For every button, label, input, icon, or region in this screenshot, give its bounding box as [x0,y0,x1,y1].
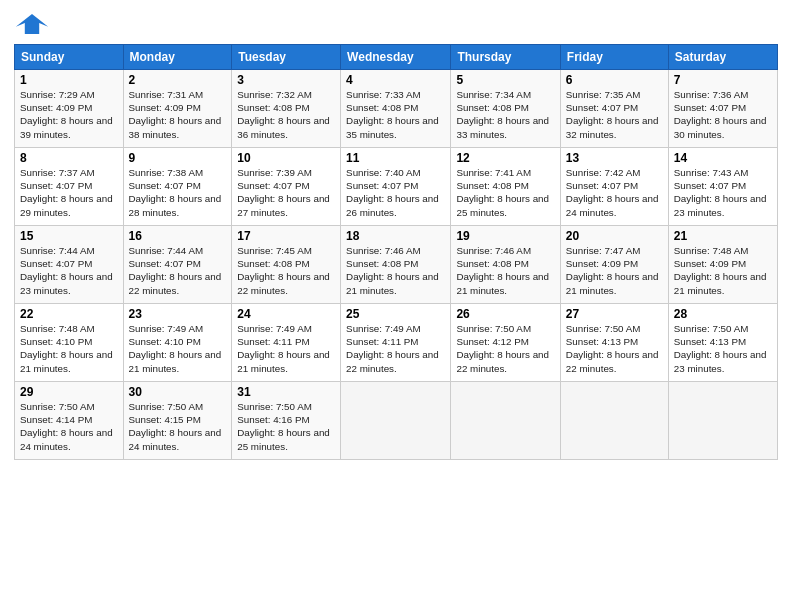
logo [14,10,52,38]
calendar-header-row: Sunday Monday Tuesday Wednesday Thursday… [15,45,778,70]
day-number: 9 [129,151,227,165]
day-info: Sunrise: 7:32 AMSunset: 4:08 PMDaylight:… [237,89,330,140]
calendar-table: Sunday Monday Tuesday Wednesday Thursday… [14,44,778,460]
calendar-cell: 24 Sunrise: 7:49 AMSunset: 4:11 PMDaylig… [232,304,341,382]
calendar-week-row: 15 Sunrise: 7:44 AMSunset: 4:07 PMDaylig… [15,226,778,304]
col-friday: Friday [560,45,668,70]
calendar-cell: 13 Sunrise: 7:42 AMSunset: 4:07 PMDaylig… [560,148,668,226]
day-number: 12 [456,151,554,165]
calendar-cell: 23 Sunrise: 7:49 AMSunset: 4:10 PMDaylig… [123,304,232,382]
calendar-cell: 12 Sunrise: 7:41 AMSunset: 4:08 PMDaylig… [451,148,560,226]
day-info: Sunrise: 7:50 AMSunset: 4:13 PMDaylight:… [566,323,659,374]
day-number: 26 [456,307,554,321]
calendar-cell: 19 Sunrise: 7:46 AMSunset: 4:08 PMDaylig… [451,226,560,304]
day-number: 3 [237,73,335,87]
day-number: 27 [566,307,663,321]
calendar-cell: 1 Sunrise: 7:29 AMSunset: 4:09 PMDayligh… [15,70,124,148]
calendar-cell [341,382,451,460]
day-info: Sunrise: 7:50 AMSunset: 4:15 PMDaylight:… [129,401,222,452]
calendar-cell: 11 Sunrise: 7:40 AMSunset: 4:07 PMDaylig… [341,148,451,226]
day-info: Sunrise: 7:50 AMSunset: 4:12 PMDaylight:… [456,323,549,374]
calendar-cell: 25 Sunrise: 7:49 AMSunset: 4:11 PMDaylig… [341,304,451,382]
calendar-cell: 4 Sunrise: 7:33 AMSunset: 4:08 PMDayligh… [341,70,451,148]
day-info: Sunrise: 7:49 AMSunset: 4:11 PMDaylight:… [237,323,330,374]
svg-marker-1 [16,14,48,34]
col-thursday: Thursday [451,45,560,70]
col-saturday: Saturday [668,45,777,70]
day-number: 6 [566,73,663,87]
day-info: Sunrise: 7:50 AMSunset: 4:13 PMDaylight:… [674,323,767,374]
day-info: Sunrise: 7:46 AMSunset: 4:08 PMDaylight:… [346,245,439,296]
day-info: Sunrise: 7:31 AMSunset: 4:09 PMDaylight:… [129,89,222,140]
calendar-cell: 22 Sunrise: 7:48 AMSunset: 4:10 PMDaylig… [15,304,124,382]
day-info: Sunrise: 7:41 AMSunset: 4:08 PMDaylight:… [456,167,549,218]
day-info: Sunrise: 7:49 AMSunset: 4:11 PMDaylight:… [346,323,439,374]
calendar-cell: 20 Sunrise: 7:47 AMSunset: 4:09 PMDaylig… [560,226,668,304]
day-info: Sunrise: 7:45 AMSunset: 4:08 PMDaylight:… [237,245,330,296]
day-info: Sunrise: 7:48 AMSunset: 4:10 PMDaylight:… [20,323,113,374]
day-number: 31 [237,385,335,399]
day-number: 14 [674,151,772,165]
day-info: Sunrise: 7:37 AMSunset: 4:07 PMDaylight:… [20,167,113,218]
day-number: 28 [674,307,772,321]
day-number: 13 [566,151,663,165]
calendar-cell: 16 Sunrise: 7:44 AMSunset: 4:07 PMDaylig… [123,226,232,304]
col-sunday: Sunday [15,45,124,70]
day-info: Sunrise: 7:44 AMSunset: 4:07 PMDaylight:… [20,245,113,296]
calendar-cell: 26 Sunrise: 7:50 AMSunset: 4:12 PMDaylig… [451,304,560,382]
page: Sunday Monday Tuesday Wednesday Thursday… [0,0,792,470]
day-info: Sunrise: 7:35 AMSunset: 4:07 PMDaylight:… [566,89,659,140]
day-info: Sunrise: 7:49 AMSunset: 4:10 PMDaylight:… [129,323,222,374]
calendar-week-row: 29 Sunrise: 7:50 AMSunset: 4:14 PMDaylig… [15,382,778,460]
calendar-week-row: 8 Sunrise: 7:37 AMSunset: 4:07 PMDayligh… [15,148,778,226]
day-info: Sunrise: 7:40 AMSunset: 4:07 PMDaylight:… [346,167,439,218]
calendar-week-row: 22 Sunrise: 7:48 AMSunset: 4:10 PMDaylig… [15,304,778,382]
day-info: Sunrise: 7:44 AMSunset: 4:07 PMDaylight:… [129,245,222,296]
calendar-cell: 5 Sunrise: 7:34 AMSunset: 4:08 PMDayligh… [451,70,560,148]
day-info: Sunrise: 7:47 AMSunset: 4:09 PMDaylight:… [566,245,659,296]
day-number: 21 [674,229,772,243]
calendar-cell: 18 Sunrise: 7:46 AMSunset: 4:08 PMDaylig… [341,226,451,304]
calendar-cell: 7 Sunrise: 7:36 AMSunset: 4:07 PMDayligh… [668,70,777,148]
day-number: 2 [129,73,227,87]
day-info: Sunrise: 7:29 AMSunset: 4:09 PMDaylight:… [20,89,113,140]
calendar-cell: 27 Sunrise: 7:50 AMSunset: 4:13 PMDaylig… [560,304,668,382]
col-wednesday: Wednesday [341,45,451,70]
calendar-cell: 10 Sunrise: 7:39 AMSunset: 4:07 PMDaylig… [232,148,341,226]
calendar-cell: 17 Sunrise: 7:45 AMSunset: 4:08 PMDaylig… [232,226,341,304]
day-info: Sunrise: 7:42 AMSunset: 4:07 PMDaylight:… [566,167,659,218]
calendar-cell: 31 Sunrise: 7:50 AMSunset: 4:16 PMDaylig… [232,382,341,460]
day-info: Sunrise: 7:39 AMSunset: 4:07 PMDaylight:… [237,167,330,218]
calendar-cell: 6 Sunrise: 7:35 AMSunset: 4:07 PMDayligh… [560,70,668,148]
day-info: Sunrise: 7:46 AMSunset: 4:08 PMDaylight:… [456,245,549,296]
day-info: Sunrise: 7:34 AMSunset: 4:08 PMDaylight:… [456,89,549,140]
calendar-cell: 2 Sunrise: 7:31 AMSunset: 4:09 PMDayligh… [123,70,232,148]
calendar-cell: 28 Sunrise: 7:50 AMSunset: 4:13 PMDaylig… [668,304,777,382]
day-number: 4 [346,73,445,87]
day-number: 18 [346,229,445,243]
day-number: 8 [20,151,118,165]
day-number: 24 [237,307,335,321]
day-number: 10 [237,151,335,165]
calendar-cell: 29 Sunrise: 7:50 AMSunset: 4:14 PMDaylig… [15,382,124,460]
day-number: 25 [346,307,445,321]
calendar-cell [668,382,777,460]
calendar-cell: 15 Sunrise: 7:44 AMSunset: 4:07 PMDaylig… [15,226,124,304]
calendar-week-row: 1 Sunrise: 7:29 AMSunset: 4:09 PMDayligh… [15,70,778,148]
day-number: 16 [129,229,227,243]
day-info: Sunrise: 7:38 AMSunset: 4:07 PMDaylight:… [129,167,222,218]
day-info: Sunrise: 7:36 AMSunset: 4:07 PMDaylight:… [674,89,767,140]
col-monday: Monday [123,45,232,70]
calendar-cell: 8 Sunrise: 7:37 AMSunset: 4:07 PMDayligh… [15,148,124,226]
day-info: Sunrise: 7:48 AMSunset: 4:09 PMDaylight:… [674,245,767,296]
day-number: 22 [20,307,118,321]
calendar-cell [560,382,668,460]
day-number: 15 [20,229,118,243]
col-tuesday: Tuesday [232,45,341,70]
logo-icon [14,10,50,38]
calendar-cell: 3 Sunrise: 7:32 AMSunset: 4:08 PMDayligh… [232,70,341,148]
header [14,10,778,38]
calendar-cell: 14 Sunrise: 7:43 AMSunset: 4:07 PMDaylig… [668,148,777,226]
day-number: 17 [237,229,335,243]
calendar-cell: 30 Sunrise: 7:50 AMSunset: 4:15 PMDaylig… [123,382,232,460]
